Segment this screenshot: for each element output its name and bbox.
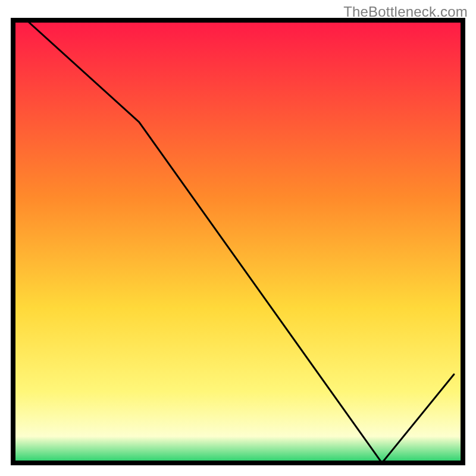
chart-background <box>13 20 463 463</box>
chart-container: TheBottleneck.com <box>0 0 476 476</box>
chart-svg <box>0 0 476 476</box>
watermark-text: TheBottleneck.com <box>343 4 468 20</box>
